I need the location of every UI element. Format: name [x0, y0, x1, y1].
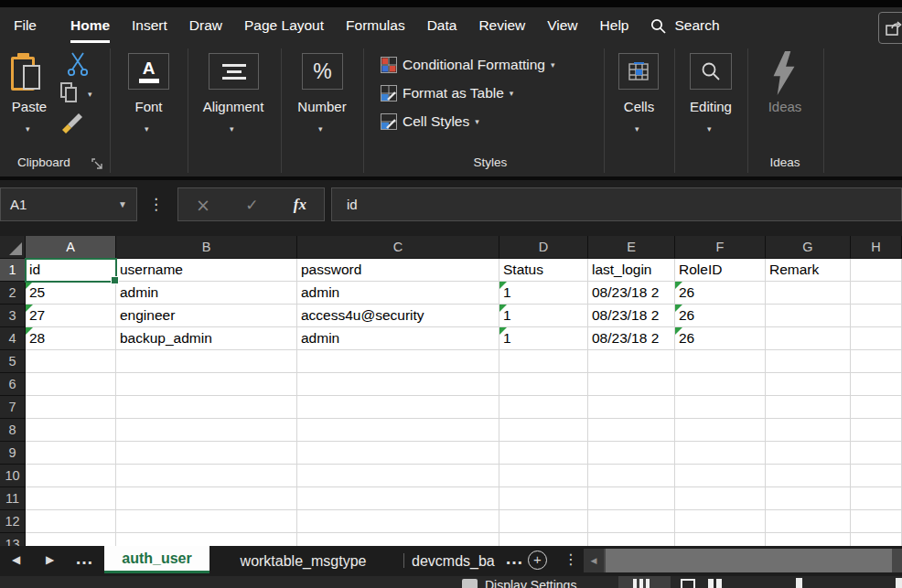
cell-G9[interactable] — [766, 442, 851, 465]
cell-D2[interactable]: 1 — [499, 282, 588, 305]
sheet-options-dots-icon[interactable]: ⋮ — [564, 546, 578, 573]
cell-G3[interactable] — [766, 305, 851, 327]
cell-B3[interactable]: engineer — [116, 305, 297, 327]
insert-function-icon[interactable]: fx — [294, 196, 306, 214]
cell-A5[interactable] — [26, 350, 116, 373]
column-header-F[interactable]: F — [675, 236, 766, 259]
column-header-G[interactable]: G — [766, 236, 851, 259]
cell-H13[interactable] — [851, 533, 902, 546]
cell-F1[interactable]: RoleID — [675, 259, 766, 282]
cell-D8[interactable] — [499, 419, 588, 442]
menu-help[interactable]: Help — [600, 7, 629, 44]
cell-E1[interactable]: last_login — [588, 259, 675, 282]
cell-F2[interactable]: 26 — [675, 282, 766, 305]
row-header-2[interactable]: 2 — [0, 282, 26, 305]
row-header-10[interactable]: 10 — [0, 465, 26, 487]
cell-C4[interactable]: admin — [297, 327, 499, 350]
cell-C10[interactable] — [297, 465, 499, 487]
cell-E9[interactable] — [588, 442, 675, 465]
paste-dropdown-caret[interactable]: ▾ — [26, 124, 30, 134]
cell-E12[interactable] — [588, 510, 675, 533]
cell-F10[interactable] — [675, 465, 766, 487]
row-header-11[interactable]: 11 — [0, 487, 26, 510]
scrollbar-thumb[interactable] — [606, 549, 892, 572]
cell-G2[interactable] — [766, 282, 851, 305]
cell-D12[interactable] — [499, 510, 588, 533]
cell-D11[interactable] — [499, 487, 588, 510]
cell-E4[interactable]: 08/23/18 2 — [588, 327, 675, 350]
row-header-7[interactable]: 7 — [0, 396, 26, 419]
cell-G8[interactable] — [766, 419, 851, 442]
editing-button[interactable] — [690, 53, 732, 90]
cut-button[interactable] — [66, 51, 90, 77]
row-header-1[interactable]: 1 — [0, 259, 26, 282]
font-dropdown-caret[interactable]: ▾ — [145, 124, 149, 134]
formula-bar-dots-icon[interactable]: ⋮ — [148, 187, 164, 221]
cell-G6[interactable] — [766, 373, 851, 396]
cell-G5[interactable] — [766, 350, 851, 373]
row-header-8[interactable]: 8 — [0, 419, 26, 442]
cell-G12[interactable] — [766, 510, 851, 533]
cell-F3[interactable]: 26 — [675, 305, 766, 327]
cell-A1[interactable]: id — [26, 259, 116, 282]
editing-dropdown-caret[interactable]: ▾ — [707, 124, 712, 134]
cell-A10[interactable] — [26, 465, 116, 487]
sheet-overflow-ellipsis[interactable]: … — [75, 546, 93, 573]
cell-C1[interactable]: password — [297, 259, 499, 282]
cells-dropdown-caret[interactable]: ▾ — [635, 124, 639, 134]
cell-G11[interactable] — [766, 487, 851, 510]
share-button[interactable] — [878, 12, 902, 44]
cell-B11[interactable] — [116, 487, 297, 510]
cell-C13[interactable] — [297, 533, 499, 546]
cell-B13[interactable] — [116, 533, 297, 546]
cell-C6[interactable] — [297, 373, 499, 396]
editing-label[interactable]: Editing — [674, 99, 747, 114]
row-header-9[interactable]: 9 — [0, 442, 26, 465]
cell-B12[interactable] — [116, 510, 297, 533]
copy-button[interactable] — [60, 82, 84, 106]
cell-H9[interactable] — [851, 442, 902, 465]
cell-D10[interactable] — [499, 465, 588, 487]
column-header-E[interactable]: E — [588, 236, 675, 259]
menu-draw[interactable]: Draw — [189, 7, 222, 44]
cell-E3[interactable]: 08/23/18 2 — [588, 305, 675, 327]
cell-B9[interactable] — [116, 442, 297, 465]
cell-B7[interactable] — [116, 396, 297, 419]
cell-E13[interactable] — [588, 533, 675, 546]
cell-A12[interactable] — [26, 510, 116, 533]
cell-A3[interactable]: 27 — [26, 305, 116, 327]
cell-H7[interactable] — [851, 396, 902, 419]
menu-data[interactable]: Data — [427, 7, 457, 44]
menu-review[interactable]: Review — [478, 7, 525, 44]
cell-A8[interactable] — [26, 419, 116, 442]
display-settings-icon[interactable] — [462, 579, 478, 588]
row-header-3[interactable]: 3 — [0, 305, 26, 327]
cell-A6[interactable] — [26, 373, 116, 396]
cell-F7[interactable] — [675, 396, 766, 419]
cells-label[interactable]: Cells — [604, 99, 674, 114]
row-header-6[interactable]: 6 — [0, 373, 26, 396]
cell-C5[interactable] — [297, 350, 499, 373]
paste-label[interactable]: Paste — [4, 99, 55, 114]
cell-D6[interactable] — [499, 373, 588, 396]
cell-D4[interactable]: 1 — [499, 327, 588, 350]
new-sheet-button[interactable]: + — [528, 551, 547, 570]
ideas-button[interactable] — [768, 51, 800, 95]
cell-E7[interactable] — [588, 396, 675, 419]
cell-A13[interactable] — [26, 533, 116, 546]
cell-F4[interactable]: 26 — [675, 327, 766, 350]
conditional-formatting-button[interactable]: Conditional Formatting ▾ — [381, 54, 554, 76]
cell-D5[interactable] — [499, 350, 588, 373]
cell-B2[interactable]: admin — [116, 282, 297, 305]
number-button[interactable]: % — [302, 53, 343, 90]
page-break-view-icon[interactable] — [708, 579, 722, 588]
cell-A2[interactable]: 25 — [26, 282, 116, 305]
row-header-4[interactable]: 4 — [0, 327, 26, 350]
cancel-icon[interactable]: × — [196, 195, 210, 215]
cell-B1[interactable]: username — [116, 259, 297, 282]
cell-E10[interactable] — [588, 465, 675, 487]
row-header-5[interactable]: 5 — [0, 350, 26, 373]
cell-D7[interactable] — [499, 396, 588, 419]
sheet-next-icon[interactable]: ▶ — [46, 546, 54, 573]
cell-B10[interactable] — [116, 465, 297, 487]
